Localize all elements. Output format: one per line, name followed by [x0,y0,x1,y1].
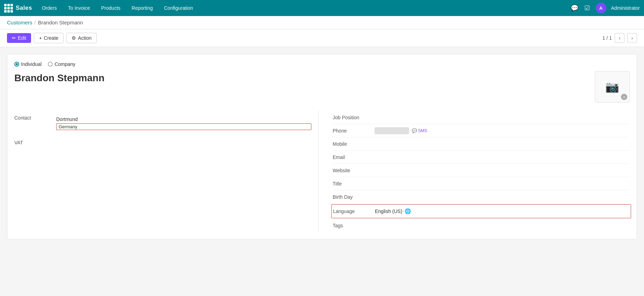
breadcrumb-current: Brandon Stepmann [38,20,83,25]
phone-label: Phone [333,125,375,136]
email-label: Email [333,152,375,163]
breadcrumb-parent[interactable]: Customers [7,20,32,25]
toolbar-right: 1 / 1 ‹ › [602,33,637,43]
admin-name: Administrator [611,5,640,11]
app-name: Sales [16,5,32,12]
job-position-value[interactable] [375,115,630,120]
gear-icon: ⚙ [72,35,76,41]
individual-radio-dot [14,62,19,67]
website-row: Website [333,164,630,177]
sms-icon: 💬 [412,128,417,133]
mobile-label: Mobile [333,138,375,150]
sms-link[interactable]: 💬 SMS [412,128,427,133]
create-button[interactable]: + Create [34,33,64,43]
pencil-icon: ✏ [12,35,16,41]
address-country[interactable]: Germany [56,123,311,130]
grid-menu-icon[interactable] [4,4,13,13]
language-row: Language English (US) 🌐 [331,204,631,218]
phone-number: •••••••••••• [375,127,409,134]
phone-row: Phone •••••••••••• 💬 SMS [333,124,630,137]
contact-value: Dortmund Germany [56,111,311,136]
camera-icon: 📷 [605,80,619,93]
website-value[interactable] [375,168,630,173]
next-record-button[interactable]: › [627,33,637,43]
nav-products[interactable]: Products [96,0,125,16]
vat-field-row: VAT [14,136,311,148]
prev-record-button[interactable]: ‹ [615,33,624,43]
breadcrumb-separator: / [35,20,36,25]
birthday-value[interactable] [375,194,630,200]
record-name: Brandon Stepmann [14,73,104,84]
plus-icon: + [39,35,42,41]
website-label: Website [333,165,375,176]
top-navigation: Sales Orders To Invoice Products Reporti… [0,0,644,16]
job-position-row: Job Position [333,111,630,124]
phone-value: •••••••••••• 💬 SMS [375,124,630,137]
vertical-divider [318,111,319,232]
contact-label: Contact [14,111,56,136]
nav-configuration[interactable]: Configuration [159,0,198,16]
individual-radio[interactable]: Individual [14,61,42,67]
email-value[interactable] [375,154,630,160]
record-type-selector: Individual Company [14,61,630,67]
app-logo[interactable]: Sales [4,4,32,13]
left-fields: Contact Dortmund Germany VAT [14,111,311,232]
tags-row: Tags [333,219,630,232]
chat-icon[interactable]: 💬 [571,4,578,12]
tags-label: Tags [333,220,375,231]
birthday-row: Birth Day [333,190,630,204]
photo-upload[interactable]: 📷 + [595,71,630,103]
title-value[interactable] [375,181,630,187]
company-radio-dot [48,62,53,67]
main-content: Individual Company Brandon Stepmann 📷 + … [0,47,644,295]
help-icon[interactable]: ☑ [583,4,591,12]
toolbar: ✏ Edit + Create ⚙ Action 1 / 1 ‹ › [0,29,644,47]
language-label: Language [333,206,375,217]
contact-field-row: Contact Dortmund Germany [14,111,311,136]
add-photo-badge: + [621,94,627,100]
nav-orders[interactable]: Orders [37,0,62,16]
address-city: Dortmund [56,116,311,122]
nav-reporting[interactable]: Reporting [127,0,158,16]
fields-section: Contact Dortmund Germany VAT [14,111,630,232]
avatar[interactable]: A [596,3,606,13]
topnav-right: 💬 ☑ A Administrator [571,3,640,13]
company-label: Company [54,61,75,67]
mobile-value[interactable] [375,141,630,147]
job-position-label: Job Position [333,112,375,123]
vat-value[interactable] [56,136,311,148]
language-globe-icon[interactable]: 🌐 [405,208,411,214]
pagination-label: 1 / 1 [602,35,612,41]
language-text[interactable]: English (US) [375,208,402,214]
tags-value[interactable] [375,223,630,228]
email-row: Email [333,151,630,164]
title-row: Title [333,177,630,190]
title-label: Title [333,178,375,189]
individual-label: Individual [21,61,42,67]
edit-button[interactable]: ✏ Edit [7,33,31,43]
address-block: Dortmund Germany [56,114,311,133]
nav-to-invoice[interactable]: To Invoice [63,0,95,16]
record-header: Brandon Stepmann 📷 + [14,71,630,103]
record-card: Individual Company Brandon Stepmann 📷 + … [7,54,637,240]
breadcrumb: Customers / Brandon Stepmann [0,16,644,29]
action-button[interactable]: ⚙ Action [66,33,97,43]
sms-label: SMS [418,128,427,133]
vat-label: VAT [14,136,56,148]
right-fields: Job Position Phone •••••••••••• 💬 SMS [326,111,630,232]
language-value: English (US) 🌐 [375,205,629,217]
company-radio[interactable]: Company [48,61,75,67]
birthday-label: Birth Day [333,191,375,203]
mobile-row: Mobile [333,137,630,151]
